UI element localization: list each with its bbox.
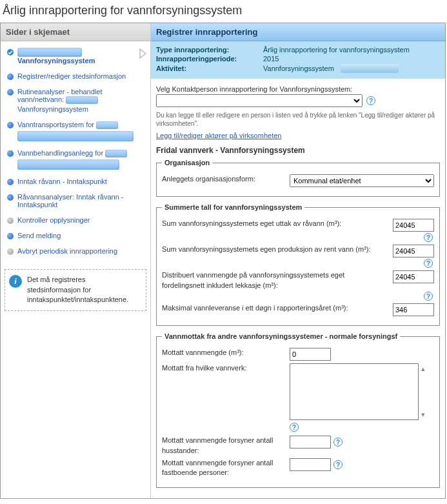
svg-text:?: ? xyxy=(426,260,430,267)
sidebar-item-kontroller[interactable]: Kontroller opplysninger xyxy=(6,212,149,228)
svg-text:?: ? xyxy=(292,424,296,431)
sum-label: Maksimal vannleveranse i ett døgn i rapp… xyxy=(162,303,388,313)
mottatt-mengde-input[interactable] xyxy=(290,348,331,361)
meta-box: Type innrapportering:Årlig innrapporteri… xyxy=(151,41,445,79)
mottak-label: Mottatt vannmengde forsyner antall husst… xyxy=(162,436,284,456)
sidebar-item-sublabel[interactable]: Vannforsyningssystem xyxy=(17,105,88,113)
sidebar-item-send-melding[interactable]: Send melding xyxy=(6,228,149,243)
main: Registrer innrapportering Type innrappor… xyxy=(151,23,445,498)
main-header: Registrer innrapportering xyxy=(151,23,445,41)
redacted-text xyxy=(341,64,399,73)
bullet-icon xyxy=(7,233,14,239)
info-box: i Det må registreres stedsinformasjon fo… xyxy=(5,269,146,310)
sidebar-item-label[interactable]: Råvannsanalyser: Inntak råvann - Inntaks… xyxy=(17,193,148,208)
sidebar-list: Vannforsyningssystem Registrer/rediger s… xyxy=(1,41,150,264)
mottak-label: Mottatt fra hvilke vannverk: xyxy=(162,363,284,373)
sidebar: Sider i skjemaet Vannforsyningssystem Re… xyxy=(1,23,151,498)
svg-text:?: ? xyxy=(426,234,430,241)
vannmottak-fieldset: Vannmottak fra andre vannforsyningssyste… xyxy=(156,332,440,488)
edit-actors-link[interactable]: Legg til/rediger aktører på virksomheten xyxy=(156,132,281,139)
sidebar-item-stedsinformasjon[interactable]: Registrer/rediger stedsinformasjon xyxy=(6,68,149,84)
sidebar-item-vannforsyningssystem[interactable]: Vannforsyningssystem xyxy=(6,44,149,68)
sum-label: Sum vannforsyningssystemets egen produks… xyxy=(162,245,388,254)
bullet-icon xyxy=(7,194,14,201)
sidebar-item-label[interactable]: Vannforsyningssystem xyxy=(17,57,95,65)
subhead: Fridal vannverk - Vannforsyningssystem xyxy=(156,146,440,155)
chevron-right-icon xyxy=(139,48,148,60)
sum-uttak-input[interactable] xyxy=(393,219,434,232)
sum-label: Sum vannforsyningssystemets eget uttak a… xyxy=(162,219,388,228)
svg-text:?: ? xyxy=(336,439,340,446)
redacted-text xyxy=(66,96,98,104)
bullet-icon xyxy=(7,248,14,255)
redacted-text xyxy=(17,131,134,141)
meta-key: Innrapporteringperiode: xyxy=(156,55,259,63)
sum-produksjon-input[interactable] xyxy=(393,245,434,257)
sidebar-item-ravannsanalyser[interactable]: Råvannsanalyser: Inntak råvann - Inntaks… xyxy=(6,189,149,212)
sidebar-item-label[interactable]: Kontroller opplysninger xyxy=(17,216,90,224)
bullet-icon xyxy=(7,122,14,128)
sum-label: Distribuert vannmengde på vannforsynings… xyxy=(162,270,388,290)
help-icon[interactable]: ? xyxy=(290,423,299,432)
check-icon xyxy=(7,49,14,55)
svg-text:?: ? xyxy=(426,293,430,300)
chevron-up-icon[interactable]: ▴ xyxy=(421,365,425,373)
mottatt-husstander-input[interactable] xyxy=(290,436,331,449)
svg-text:?: ? xyxy=(336,461,340,468)
help-icon[interactable]: ? xyxy=(366,96,375,105)
redacted-text xyxy=(17,159,119,170)
summerte-legend: Summerte tall for vannforsyningssystem xyxy=(162,203,304,211)
help-icon[interactable]: ? xyxy=(333,460,343,469)
organisation-fieldset: Organisasjon Anleggets organisasjonsform… xyxy=(156,159,440,197)
redacted-text xyxy=(96,121,118,129)
sidebar-item-vannbehandlingsanlegg[interactable]: Vannbehandlingsanlegg for xyxy=(6,145,149,174)
vannmottak-legend: Vannmottak fra andre vannforsyningssyste… xyxy=(162,332,400,340)
help-icon[interactable]: ? xyxy=(424,259,433,268)
svg-text:?: ? xyxy=(369,97,373,105)
info-icon: i xyxy=(9,275,22,288)
sidebar-header: Sider i skjemaet xyxy=(1,23,150,41)
meta-value: Årlig innrapportering for vannforsynings… xyxy=(263,46,410,54)
help-icon[interactable]: ? xyxy=(333,438,343,447)
mottatt-personer-input[interactable] xyxy=(290,458,331,471)
sidebar-item-avbryt[interactable]: Avbryt periodisk innrapportering xyxy=(6,243,149,259)
help-icon[interactable]: ? xyxy=(424,233,433,242)
contact-label: Velg Kontaktperson innrapportering for V… xyxy=(156,85,440,93)
meta-value: Vannforsyningssystem xyxy=(263,65,334,72)
sidebar-item-label[interactable]: Vannbehandlingsanlegg for xyxy=(17,149,103,157)
redacted-text xyxy=(17,48,82,57)
bullet-icon xyxy=(7,89,14,96)
bullet-icon xyxy=(7,179,14,185)
info-text: Det må registreres stedsinformasjon for … xyxy=(27,276,128,303)
chevron-down-icon[interactable]: ▾ xyxy=(421,410,425,419)
sidebar-item-label[interactable]: Registrer/rediger stedsinformasjon xyxy=(17,72,126,80)
org-select[interactable]: Kommunal etat/enhet xyxy=(290,174,434,187)
meta-key: Type innrapportering: xyxy=(156,46,259,54)
bullet-icon xyxy=(7,74,14,80)
help-icon[interactable]: ? xyxy=(424,292,433,301)
page-title: Årlig innrapportering for vannforsynings… xyxy=(0,0,447,23)
organisation-legend: Organisasjon xyxy=(162,159,212,166)
sum-maksimal-input[interactable] xyxy=(393,303,434,316)
contact-hint: Du kan legge til eller redigere en perso… xyxy=(156,111,440,128)
sidebar-item-label[interactable]: Inntak råvann - Inntakspunkt xyxy=(17,177,107,185)
summerte-fieldset: Summerte tall for vannforsyningssystem S… xyxy=(156,203,440,326)
sidebar-item-rutineanalyser[interactable]: Rutineanalyser - behandlet vann/nettvann… xyxy=(6,84,149,117)
org-label: Anleggets organisasjonsform: xyxy=(162,174,284,184)
sum-distribuert-input[interactable] xyxy=(393,270,434,283)
mottatt-fra-textarea[interactable] xyxy=(290,363,419,420)
sidebar-item-label[interactable]: Send melding xyxy=(17,232,61,239)
mottak-label: Mottatt vannmengde forsyner antall fastb… xyxy=(162,458,284,478)
meta-key: Aktivitet: xyxy=(156,65,259,72)
sidebar-item-inntak-ravann[interactable]: Inntak råvann - Inntakspunkt xyxy=(6,174,149,189)
scrollbar[interactable]: ▴ ▾ xyxy=(421,363,425,420)
bullet-icon xyxy=(7,217,14,224)
meta-value: 2015 xyxy=(263,55,279,63)
sidebar-item-vanntransportsystem[interactable]: Vanntransportsystem for xyxy=(6,117,149,145)
contact-select[interactable] xyxy=(156,94,363,107)
bullet-icon xyxy=(7,150,14,157)
sidebar-item-label[interactable]: Avbryt periodisk innrapportering xyxy=(17,247,117,255)
redacted-text xyxy=(105,150,127,157)
sidebar-item-label[interactable]: Vanntransportsystem for xyxy=(17,121,94,128)
form-container: Sider i skjemaet Vannforsyningssystem Re… xyxy=(0,23,446,499)
